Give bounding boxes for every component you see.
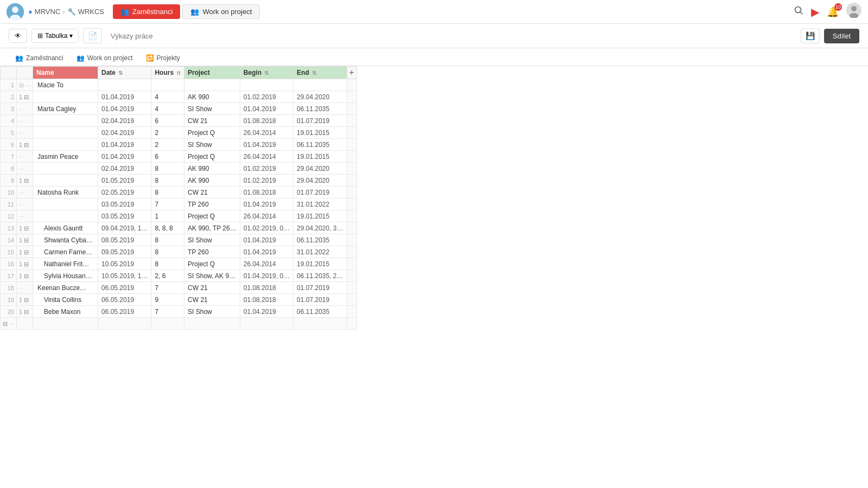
cell-name [33, 163, 98, 175]
expand-icon[interactable]: ⊟ [24, 297, 29, 303]
cell-name [33, 115, 98, 127]
row-controls[interactable]: 1 ⊟ [17, 222, 33, 234]
nav-tab-work-on-project[interactable]: 👥 Work on project [182, 4, 260, 19]
row-controls[interactable]: 1 ⊟ [17, 175, 33, 187]
view-toggle-button[interactable]: 👁 [9, 29, 27, 43]
row-number: 17 [1, 270, 17, 282]
expand-icon[interactable]: ⊟ [24, 225, 29, 232]
expand-icon[interactable]: ⊟ [24, 273, 29, 279]
cell-begin: 01.08.2018 [240, 282, 293, 294]
table-row: 201 ⊟Bebe Maxon06.05.20197SI Show01.04.2… [1, 306, 357, 318]
sub-tab-projekty-icon: 🔁 [146, 54, 154, 62]
sub-tab-work-on-project[interactable]: 👥 Work on project [70, 52, 139, 66]
row-controls[interactable]: ··· [17, 103, 33, 115]
search-button[interactable] [794, 5, 803, 18]
cell-project: Project Q [184, 151, 240, 163]
col-begin[interactable]: Begin ⇅ [240, 67, 293, 79]
save-button[interactable]: 💾 [801, 28, 820, 43]
expand-icon[interactable]: ⊟ [24, 177, 29, 184]
row-controls[interactable]: 1 ⊟ [17, 306, 33, 318]
col-end[interactable]: End ⇅ [293, 67, 347, 79]
col-date-sort[interactable]: ⇅ [118, 70, 123, 76]
breadcrumb: ● MRVNC › 🔧 WRKCS [28, 8, 104, 16]
row-controls[interactable]: 1 ⊟ [17, 258, 33, 270]
share-label: Sdílet [833, 32, 851, 40]
footer-expand[interactable]: ⊟ [3, 320, 8, 327]
expand-icon[interactable]: ⊟ [19, 82, 24, 88]
svg-point-6 [851, 6, 857, 11]
user-menu-button[interactable] [846, 3, 861, 21]
cell-end: 01.07.2019 [293, 282, 347, 294]
table-row: 5···02.04.20192Project Q26.04.201419.01.… [1, 127, 357, 139]
col-project[interactable]: Project [184, 67, 240, 79]
row-controls[interactable]: ⊟ ··· [17, 79, 33, 91]
cell-hours: 4 [151, 91, 184, 103]
table-view-button[interactable]: ⊞ Tabulka ▾ [31, 29, 79, 43]
row-controls[interactable]: ··· [17, 198, 33, 210]
share-button[interactable]: Sdílet [824, 29, 859, 43]
row-number: 19 [1, 294, 17, 306]
row-controls[interactable]: ··· [17, 210, 33, 222]
cell-project: SI Show [184, 103, 240, 115]
row-controls[interactable]: ··· [17, 115, 33, 127]
cell-project [184, 79, 240, 91]
youtube-button[interactable]: ▶ [811, 5, 819, 18]
row-controls[interactable]: ··· [17, 187, 33, 198]
cell-hours: 2, 6 [151, 270, 184, 282]
row-controls[interactable]: ··· [17, 151, 33, 163]
col-add[interactable]: + [347, 67, 356, 79]
row-controls[interactable]: 1 ⊟ [17, 234, 33, 246]
cell-date: 10.05.2019, 1… [98, 270, 151, 282]
col-date[interactable]: Date ⇅ [98, 67, 151, 79]
row-controls[interactable]: 1 ⊟ [17, 246, 33, 258]
col-hours-sort[interactable]: π [176, 70, 181, 76]
sub-tab-projekty[interactable]: 🔁 Projekty [139, 52, 187, 66]
expand-icon[interactable]: ⊟ [24, 142, 29, 148]
row-controls[interactable]: 1 ⊟ [17, 270, 33, 282]
col-hours-label: Hours [155, 69, 174, 76]
cell-empty [347, 246, 356, 258]
report-title-input[interactable] [106, 30, 796, 42]
col-controls [17, 67, 33, 79]
cell-hours: 7 [151, 306, 184, 318]
nav-tab-zamestnanci-icon: 👥 [120, 8, 129, 16]
expand-icon[interactable]: ⊟ [24, 309, 29, 315]
cell-name: Alexis Gauntt [33, 222, 98, 234]
expand-icon[interactable]: ⊟ [24, 237, 29, 243]
cell-empty [347, 258, 356, 270]
notification-button[interactable]: 🔔 10 [827, 6, 839, 18]
cell-hours: 2 [151, 127, 184, 139]
breadcrumb-app[interactable]: MRVNC [35, 8, 60, 16]
expand-icon[interactable]: ⊟ [24, 261, 29, 267]
row-controls[interactable]: ··· [17, 163, 33, 175]
row-number: 6 [1, 139, 17, 151]
cell-project: AK 990, TP 26… [184, 222, 240, 234]
breadcrumb-sub[interactable]: WRKCS [78, 8, 104, 16]
row-controls[interactable]: ··· [17, 282, 33, 294]
expand-icon[interactable]: ⊟ [24, 249, 29, 255]
row-controls[interactable]: ··· [17, 127, 33, 139]
col-end-sort[interactable]: ⇅ [312, 70, 316, 76]
cell-begin: 01.08.2018 [240, 294, 293, 306]
add-column-button[interactable]: + [347, 67, 356, 79]
nav-tab-zamestnanci[interactable]: 👥 Zaměstnanci [113, 4, 180, 19]
eye-icon: 👁 [15, 32, 21, 40]
doc-icon-button[interactable]: 📄 [83, 28, 102, 43]
row-controls[interactable]: 1 ⊟ [17, 294, 33, 306]
cell-hours: 9 [151, 294, 184, 306]
expand-icon[interactable]: ⊟ [24, 94, 29, 100]
cell-end: 31.01.2022 [293, 198, 347, 210]
row-controls[interactable]: 1 ⊟ [17, 139, 33, 151]
sub-tab-zamestnanci[interactable]: 👥 Zaměstnanci [9, 52, 70, 66]
row-number: 15 [1, 246, 17, 258]
table-row: 91 ⊟01.05.20198AK 99001.02.201929.04.202… [1, 175, 357, 187]
col-name[interactable]: Name [33, 67, 98, 79]
cell-date: 06.05.2019 [98, 294, 151, 306]
row-controls[interactable]: 1 ⊟ [17, 91, 33, 103]
cell-empty [347, 234, 356, 246]
col-name-label: Name [36, 69, 54, 76]
col-begin-sort[interactable]: ⇅ [264, 70, 269, 76]
cell-begin: 01.04.2019 [240, 139, 293, 151]
col-hours[interactable]: Hours π [151, 67, 184, 79]
cell-name: Sylvia Housan… [33, 270, 98, 282]
